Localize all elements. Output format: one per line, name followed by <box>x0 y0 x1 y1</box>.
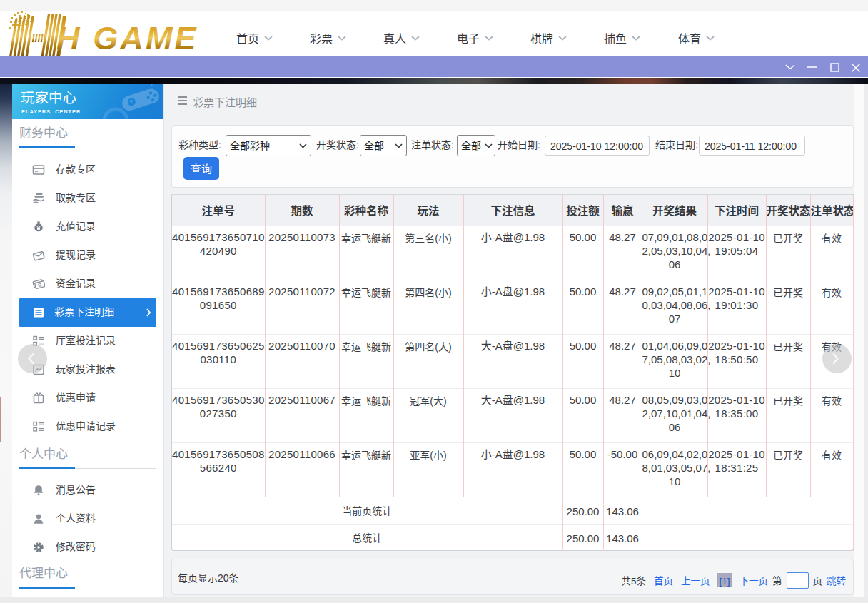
svg-text:H GAME: H GAME <box>56 20 198 56</box>
